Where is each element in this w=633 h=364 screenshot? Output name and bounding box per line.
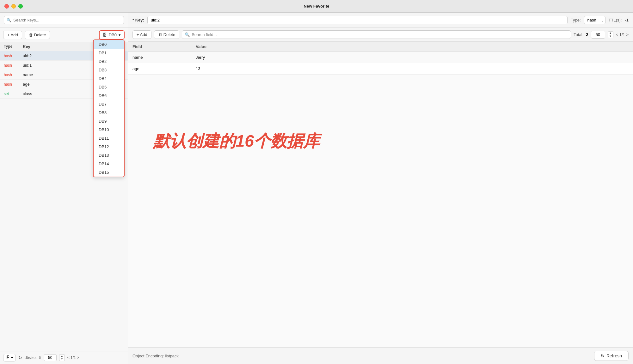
encoding-label: Object Encoding: listpack bbox=[132, 354, 179, 358]
field-name: age bbox=[132, 66, 196, 71]
db-item-db3[interactable]: DB3 bbox=[94, 66, 124, 74]
ttl-value: -1 bbox=[625, 18, 629, 22]
db-item-db6[interactable]: DB6 bbox=[94, 91, 124, 100]
field-value: Jerry bbox=[196, 55, 629, 60]
key-label: * Key: bbox=[132, 18, 144, 22]
stepper-up-right[interactable]: ▲ bbox=[608, 32, 613, 35]
db-item-db5[interactable]: DB5 bbox=[94, 83, 124, 91]
db-selector-wrapper: 🗄 DB0 ▾ DB0 DB1 DB2 DB3 DB4 DB5 DB6 DB7 … bbox=[99, 30, 125, 39]
field-search-wrapper: 🔍 bbox=[182, 30, 571, 39]
page-stepper-left[interactable]: ▲ ▼ bbox=[59, 354, 65, 361]
type-select[interactable]: hash set string list zset bbox=[584, 16, 605, 24]
content-area: Field Value name Jerry age 13 默认创建的16个数据… bbox=[128, 42, 633, 364]
window-title: New Favorite bbox=[304, 4, 329, 9]
key-value-input[interactable] bbox=[147, 16, 568, 24]
right-bottom: Object Encoding: listpack ↻ Refresh bbox=[128, 347, 633, 364]
db-selector-button[interactable]: 🗄 DB0 ▾ bbox=[99, 30, 125, 39]
db-item-db7[interactable]: DB7 bbox=[94, 100, 124, 108]
db-icon: 🗄 bbox=[103, 33, 107, 37]
type-select-wrapper: hash set string list zset bbox=[584, 16, 605, 24]
db-item-db11[interactable]: DB11 bbox=[94, 134, 124, 143]
db-item-db9[interactable]: DB9 bbox=[94, 117, 124, 125]
close-button[interactable] bbox=[4, 4, 9, 9]
chevron-down-icon-small: ▾ bbox=[11, 355, 13, 360]
delete-field-button[interactable]: 🗑 Delete bbox=[154, 30, 180, 39]
db-info-button[interactable]: 🗄 ▾ bbox=[3, 354, 16, 361]
type-badge-hash: hash bbox=[4, 63, 23, 68]
page-size-input-left[interactable] bbox=[44, 354, 57, 361]
search-icon-field: 🔍 bbox=[185, 32, 190, 37]
trash-icon-right: 🗑 bbox=[158, 32, 162, 37]
search-input-wrapper: 🔍 bbox=[4, 16, 124, 24]
field-name: name bbox=[132, 55, 196, 60]
search-icon: 🔍 bbox=[7, 18, 11, 22]
page-size-input-right[interactable] bbox=[591, 31, 605, 39]
stepper-down-right[interactable]: ▼ bbox=[608, 35, 613, 38]
field-toolbar: + Add 🗑 Delete 🔍 Total: 2 ▲ ▼ < 1/1 > bbox=[128, 28, 633, 42]
db-item-db13[interactable]: DB13 bbox=[94, 151, 124, 160]
stepper-down[interactable]: ▼ bbox=[59, 358, 65, 361]
field-search-input[interactable] bbox=[192, 32, 568, 37]
right-panel: * Key: Type: hash set string list zset T… bbox=[128, 13, 633, 364]
db-dropdown: DB0 DB1 DB2 DB3 DB4 DB5 DB6 DB7 DB8 DB9 … bbox=[93, 39, 125, 177]
delete-key-button[interactable]: 🗑 Delete bbox=[25, 31, 50, 39]
dbsize-value: 5 bbox=[39, 355, 41, 360]
field-value: 13 bbox=[196, 66, 629, 71]
refresh-icon: ↻ bbox=[601, 353, 605, 358]
db-info-icon: 🗄 bbox=[6, 355, 10, 360]
stepper-up[interactable]: ▲ bbox=[59, 355, 65, 358]
trash-icon: 🗑 bbox=[29, 33, 33, 37]
col-type-header: Type bbox=[4, 44, 23, 49]
search-input[interactable] bbox=[13, 18, 121, 22]
db-current-label: DB0 bbox=[109, 33, 117, 37]
field-table: Field Value name Jerry age 13 bbox=[128, 42, 633, 347]
value-col-header: Value bbox=[196, 44, 629, 49]
add-field-button[interactable]: + Add bbox=[132, 30, 151, 39]
db-item-db10[interactable]: DB10 bbox=[94, 125, 124, 134]
titlebar: New Favorite bbox=[0, 0, 633, 13]
db-item-db15[interactable]: DB15 bbox=[94, 168, 124, 177]
field-col-header: Field bbox=[132, 44, 196, 49]
add-key-button[interactable]: + Add bbox=[3, 31, 22, 39]
type-badge-set: set bbox=[4, 92, 23, 96]
refresh-small-button[interactable]: ↻ bbox=[18, 355, 22, 360]
page-stepper-right[interactable]: ▲ ▼ bbox=[608, 31, 613, 38]
search-bar: 🔍 bbox=[0, 13, 128, 28]
db-item-db14[interactable]: DB14 bbox=[94, 160, 124, 168]
left-toolbar: + Add 🗑 Delete 🗄 DB0 ▾ DB0 DB1 DB2 DB3 D… bbox=[0, 28, 128, 42]
type-label: Type: bbox=[571, 18, 581, 22]
left-panel: 🔍 + Add 🗑 Delete 🗄 DB0 ▾ DB0 DB1 DB2 bbox=[0, 13, 128, 364]
main-layout: 🔍 + Add 🗑 Delete 🗄 DB0 ▾ DB0 DB1 DB2 bbox=[0, 13, 633, 364]
minimize-button[interactable] bbox=[11, 4, 16, 9]
db-item-db8[interactable]: DB8 bbox=[94, 108, 124, 117]
field-row-age[interactable]: age 13 bbox=[128, 63, 633, 75]
total-count: 2 bbox=[586, 32, 588, 37]
field-table-header: Field Value bbox=[128, 42, 633, 52]
dbsize-label: dbsize: bbox=[25, 355, 37, 360]
type-badge-hash: hash bbox=[4, 54, 23, 58]
page-nav-right: < 1/1 > bbox=[616, 32, 629, 37]
maximize-button[interactable] bbox=[18, 4, 23, 9]
db-item-db0[interactable]: DB0 bbox=[94, 40, 124, 49]
page-nav-left: < 1/1 > bbox=[67, 355, 79, 360]
db-item-db2[interactable]: DB2 bbox=[94, 57, 124, 66]
traffic-lights bbox=[4, 4, 23, 9]
refresh-button[interactable]: ↻ Refresh bbox=[594, 351, 629, 361]
db-item-db4[interactable]: DB4 bbox=[94, 74, 124, 83]
type-badge-hash: hash bbox=[4, 82, 23, 87]
chevron-down-icon: ▾ bbox=[119, 33, 121, 37]
ttl-label: TTL(s): bbox=[609, 18, 622, 22]
key-header: * Key: Type: hash set string list zset T… bbox=[128, 13, 633, 28]
field-row-name[interactable]: name Jerry bbox=[128, 52, 633, 63]
left-bottom: 🗄 ▾ ↻ dbsize: 5 ▲ ▼ < 1/1 > bbox=[0, 351, 128, 364]
total-label: Total: bbox=[574, 32, 583, 37]
db-item-db1[interactable]: DB1 bbox=[94, 49, 124, 57]
type-badge-hash: hash bbox=[4, 73, 23, 77]
db-item-db12[interactable]: DB12 bbox=[94, 143, 124, 151]
